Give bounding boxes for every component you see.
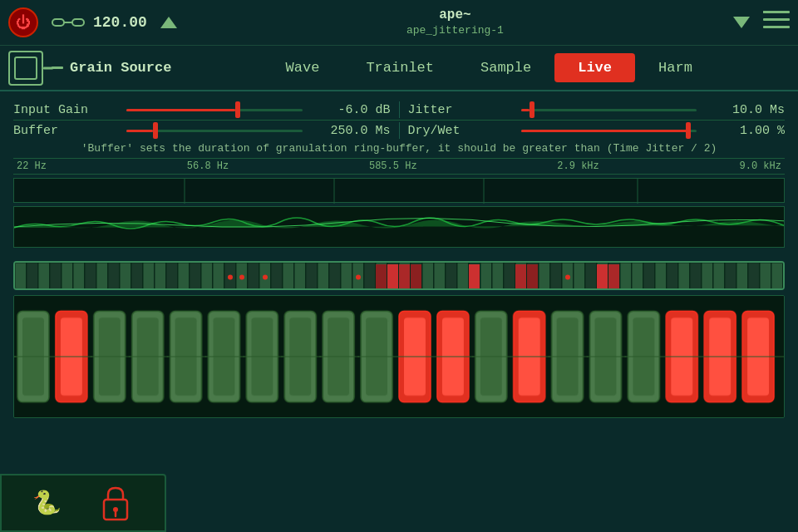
input-gain-slider[interactable] [126,101,303,118]
piano-roll [13,261,785,290]
jitter-thumb[interactable] [530,101,534,118]
freq-5855hz: 585.5 Hz [369,160,417,172]
grain-viz-section [0,293,798,418]
input-gain-track [126,109,303,111]
waveform-svg [14,207,784,248]
svg-rect-0 [52,19,64,26]
svg-rect-1 [72,19,84,26]
grain-source-label: Grain Source [70,60,171,76]
input-gain-fill [126,109,235,111]
drywet-fill [521,130,690,132]
piano-roll-section [0,261,798,290]
grain-icon [8,51,43,86]
svg-rect-6 [763,11,770,13]
jitter-track [521,109,697,111]
main-content: Input Gain -6.0 dB Jitter 10.0 Ms [0,91,798,258]
drywet-slider[interactable] [521,122,697,139]
jitter-value: 10.0 Ms [710,103,785,117]
input-gain-control: Input Gain -6.0 dB [13,101,391,118]
patch-name: ape~ ape_jittering-1 [177,7,733,38]
waveform-area [13,206,785,248]
power-button[interactable]: ⏻ [8,7,38,37]
freq-29khz: 2.9 kHz [557,160,598,172]
jitter-control: Jitter 10.0 Ms [408,101,786,118]
freq-22hz: 22 Hz [17,160,47,172]
tab-sample[interactable]: Sample [457,53,554,82]
bpm-up-button[interactable] [160,17,177,28]
tab-wave[interactable]: Wave [263,53,343,82]
link-section [52,13,85,32]
drywet-thumb[interactable] [686,122,691,139]
input-gain-thumb[interactable] [235,101,240,118]
patch-main-name: ape~ [177,7,733,24]
top-bar: ⏻ 120.00 ape~ ape_jittering-1 [0,0,798,46]
power-icon: ⏻ [16,14,31,32]
menu-button[interactable] [763,9,790,37]
drywet-value: 1.00 % [710,124,785,138]
buffer-fill [126,130,153,132]
lock-icon [101,485,131,521]
freq-568hz: 56.8 Hz [187,160,229,172]
nav-bar: Grain Source Wave Trainlet Sample Live H… [0,46,798,91]
bpm-display: 120.00 [93,14,147,31]
tab-harm[interactable]: Harm [635,53,716,82]
hint-text: 'Buffer' sets the duration of granulatio… [13,142,785,155]
svg-rect-5 [763,26,790,28]
input-gain-label: Input Gain [13,103,113,117]
patch-down-button[interactable] [733,17,750,28]
eq-graph [13,178,785,203]
buffer-control: Buffer 250.0 Ms [13,122,391,139]
buffer-label: Buffer [13,124,113,138]
bottom-controls-row: Buffer 250.0 Ms Dry/Wet 1.00 % [13,122,785,139]
nav-tabs: Wave Trainlet Sample Live Harm [188,53,790,82]
tab-live[interactable]: Live [554,53,635,82]
svg-rect-4 [763,18,790,21]
buffer-slider[interactable] [126,122,303,139]
piano-canvas [15,263,785,290]
snake-icon[interactable]: 🐍 [32,489,62,517]
drywet-control: Dry/Wet 1.00 % [408,122,786,139]
drywet-track [521,130,697,132]
jitter-fill [521,109,530,111]
buffer-value: 250.0 Ms [316,124,391,138]
drywet-label: Dry/Wet [408,124,508,138]
source-section: Grain Source [8,51,171,86]
lock-button[interactable] [97,482,134,524]
buffer-thumb[interactable] [153,122,158,139]
input-gain-value: -6.0 dB [316,103,391,117]
link-icon [52,13,85,32]
freq-markers: 22 Hz 56.8 Hz 585.5 Hz 2.9 kHz 9.0 kHz [13,158,785,175]
hamburger-icon [763,9,790,31]
separator-1 [13,120,785,121]
tab-trainlet[interactable]: Trainlet [342,53,457,82]
grain-inner-icon [14,57,37,80]
patch-sub-name: ape_jittering-1 [177,24,733,38]
freq-90khz: 9.0 kHz [740,160,781,172]
jitter-label: Jitter [408,103,508,117]
jitter-slider[interactable] [521,101,697,118]
eq-graph-svg [14,179,784,204]
bottom-bar: 🐍 [0,474,166,532]
buffer-track [126,130,303,132]
top-controls-row: Input Gain -6.0 dB Jitter 10.0 Ms [13,101,785,118]
grain-viz-canvas [13,295,785,418]
